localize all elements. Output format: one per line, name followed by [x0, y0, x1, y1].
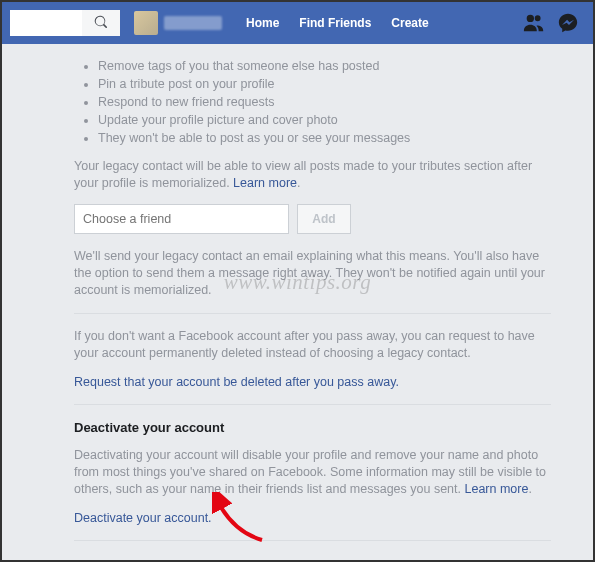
list-item: Respond to new friend requests — [98, 94, 551, 111]
search-icon — [94, 15, 108, 32]
search-button[interactable] — [82, 10, 120, 36]
topbar-icons — [523, 12, 585, 34]
request-delete-link[interactable]: Request that your account be deleted aft… — [74, 375, 399, 389]
legacy-description: Your legacy contact will be able to view… — [74, 158, 551, 192]
learn-more-link[interactable]: Learn more — [464, 482, 528, 496]
nav-create[interactable]: Create — [381, 2, 438, 44]
nav-home[interactable]: Home — [236, 2, 289, 44]
deactivate-account-link[interactable]: Deactivate your account. — [74, 511, 212, 525]
delete-after-death-para: If you don't want a Facebook account aft… — [74, 328, 551, 362]
list-item: They won't be able to post as you or see… — [98, 130, 551, 147]
legacy-email-note: We'll send your legacy contact an email … — [74, 248, 551, 299]
list-item: Remove tags of you that someone else has… — [98, 58, 551, 75]
search-input[interactable] — [10, 10, 82, 36]
avatar — [134, 11, 158, 35]
deactivate-heading: Deactivate your account — [74, 419, 551, 437]
nav-links: Home Find Friends Create — [236, 2, 439, 44]
choose-friend-input[interactable] — [74, 204, 289, 234]
settings-content: Remove tags of you that someone else has… — [2, 44, 593, 541]
profile-name-blurred — [164, 16, 222, 30]
friends-icon[interactable] — [523, 12, 545, 34]
divider — [74, 313, 551, 314]
add-button[interactable]: Add — [297, 204, 351, 234]
deactivate-description: Deactivating your account will disable y… — [74, 447, 551, 498]
nav-find-friends[interactable]: Find Friends — [289, 2, 381, 44]
top-navbar: Home Find Friends Create — [2, 2, 593, 44]
messenger-icon[interactable] — [557, 12, 579, 34]
legacy-permissions-list: Remove tags of you that someone else has… — [74, 58, 551, 146]
list-item: Update your profile picture and cover ph… — [98, 112, 551, 129]
choose-friend-row: Add — [74, 204, 551, 234]
list-item: Pin a tribute post on your profile — [98, 76, 551, 93]
learn-more-link[interactable]: Learn more — [233, 176, 297, 190]
divider — [74, 404, 551, 405]
profile-chip[interactable] — [128, 11, 228, 35]
divider — [74, 540, 551, 541]
search-wrap — [10, 10, 120, 36]
